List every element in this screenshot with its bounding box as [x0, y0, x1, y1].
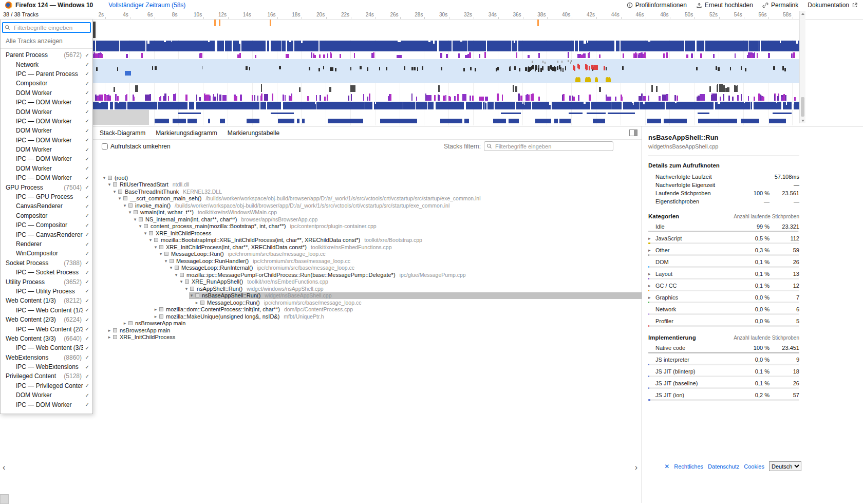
track-item-web-content-3-3[interactable]: Web Content (3/3)(6640)✓ — [1, 334, 92, 343]
permalink-button[interactable]: Permalink — [762, 2, 798, 9]
collapse-icon[interactable]: ▾ — [189, 293, 194, 298]
call-tree-row[interactable]: ▸MessageLoop::Run()ipc/chromium/src/base… — [194, 299, 642, 306]
collapse-icon[interactable]: ▾ — [148, 237, 153, 242]
call-tree-row[interactable]: ▾invoke_main()/builds/worker/workspace/o… — [122, 202, 642, 209]
expand-icon[interactable]: ▸ — [107, 334, 112, 340]
track-item-ipc-dom-worker[interactable]: IPC — DOM Worker✓ — [1, 154, 92, 163]
stacks-filter-input[interactable] — [484, 141, 613, 151]
collapse-icon[interactable]: ▾ — [168, 265, 174, 270]
call-tree-row[interactable]: ▸mozilla::MakeUnique(unsigned long&, nsI… — [153, 313, 642, 320]
call-tree-row[interactable]: ▾NS_internal_main(int, char**, char**)br… — [133, 216, 642, 223]
call-tree-row[interactable]: ▸nsBrowserApp main — [122, 320, 642, 327]
track-item-utility-process[interactable]: Utility Process(3652)✓ — [1, 277, 92, 286]
track-item-gpu-process[interactable]: GPU Process(7504)✓ — [1, 182, 92, 192]
collapse-icon[interactable]: ▾ — [174, 272, 179, 277]
track-item-compositor[interactable]: Compositor✓ — [1, 211, 92, 220]
tab-markierungsdiagramm[interactable]: Markierungsdiagramm — [151, 126, 222, 139]
call-tree-row[interactable]: ▾XRE_InitChildProcess(int, char**, XRECh… — [153, 244, 642, 251]
timeline-track-screenshots[interactable] — [92, 20, 799, 40]
track-item-ipc-web-content-3-3[interactable]: IPC — Web Content (3/3)✓ — [1, 343, 92, 352]
call-tree-row[interactable]: ▾content_process_main(mozilla::Bootstrap… — [138, 223, 642, 230]
track-item-ipc-dom-worker[interactable]: IPC — DOM Worker✓ — [1, 117, 92, 126]
expand-icon[interactable]: ▸ — [153, 307, 158, 312]
tracks-filter-input[interactable] — [2, 22, 91, 33]
collapse-icon[interactable]: ▾ — [143, 231, 148, 236]
track-item-socket-process[interactable]: Socket Process(7388)✓ — [1, 258, 92, 268]
full-range-button[interactable]: Vollständiger Zeitraum (58s) — [108, 2, 185, 9]
timeline-track-parent-process-markers[interactable] — [92, 52, 799, 59]
track-item-renderer[interactable]: Renderer✓ — [1, 239, 92, 249]
call-tree-row[interactable]: ▾RtlUserThreadStartntdll.dll — [107, 181, 642, 189]
timeline-track-dom-worker-markers[interactable] — [92, 93, 799, 101]
call-tree-row[interactable]: ▾nsAppShell::Run()widget/windows/nsAppSh… — [184, 285, 642, 292]
track-item-compositor[interactable]: Compositor✓ — [1, 79, 92, 88]
track-item-ipc-web-content-2-3[interactable]: IPC — Web Content (2/3)✓ — [1, 324, 92, 333]
call-tree-row[interactable]: ▾__scrt_common_main_seh()/builds/worker/… — [117, 195, 642, 202]
track-item-ipc-webextensions[interactable]: IPC — WebExtensions✓ — [1, 362, 92, 371]
call-tree-row[interactable]: ▸nsBrowserApp main — [107, 327, 642, 334]
collapse-icon[interactable]: ▾ — [127, 210, 133, 215]
call-tree-row[interactable]: ▾MessageLoop::RunInternal()ipc/chromium/… — [168, 265, 642, 272]
show-all-tracks-item[interactable]: Alle Tracks anzeigen — [1, 36, 92, 48]
timeline-track-network-track-selected[interactable] — [92, 59, 799, 83]
collapse-icon[interactable]: ▾ — [184, 286, 189, 291]
dismiss-footer-button[interactable]: ✕ — [664, 463, 669, 470]
collapse-icon[interactable]: ▾ — [179, 279, 184, 284]
call-tree-row[interactable]: ▾MessageLoop::RunHandler()ipc/chromium/s… — [163, 257, 642, 265]
scroll-down-button[interactable] — [800, 118, 805, 123]
track-item-ipc-dom-worker[interactable]: IPC — DOM Worker✓ — [1, 400, 92, 409]
expand-icon[interactable]: ▸ — [194, 300, 199, 305]
collapse-icon[interactable]: ▾ — [102, 175, 107, 180]
expand-icon[interactable]: ▸ — [648, 271, 655, 276]
timeline-track-parent-process-samples[interactable] — [92, 41, 799, 51]
track-item-dom-worker[interactable]: DOM Worker✓ — [1, 145, 92, 154]
invert-stack-checkbox[interactable] — [102, 143, 108, 150]
timeline-track-compositor-markers[interactable] — [92, 84, 799, 92]
tab-stack-diagramm[interactable]: Stack-Diagramm — [95, 126, 151, 139]
sidebar-toggle-icon[interactable] — [629, 129, 637, 136]
scroll-right-button[interactable]: › — [635, 464, 637, 471]
track-item-ipc-canvasrenderer[interactable]: IPC — CanvasRenderer✓ — [1, 230, 92, 239]
track-item-canvasrenderer[interactable]: CanvasRenderer✓ — [1, 201, 92, 211]
profile-info-button[interactable]: Profilinformationen — [627, 2, 687, 9]
track-item-wincompositor[interactable]: WinCompositor✓ — [1, 249, 92, 258]
call-tree-row[interactable]: ▾mozilla::ipc::MessagePumpForChildProces… — [174, 271, 642, 278]
timeline-track-worker-samples-partial[interactable] — [92, 110, 799, 125]
reupload-button[interactable]: Erneut hochladen — [696, 2, 753, 9]
call-tree-row[interactable]: ▾XRE_InitChildProcess — [143, 230, 642, 237]
collapse-icon[interactable]: ▾ — [117, 196, 122, 201]
expand-icon[interactable]: ▸ — [153, 314, 158, 319]
collapse-icon[interactable]: ▾ — [138, 223, 143, 229]
track-item-ipc-dom-worker[interactable]: IPC — DOM Worker✓ — [1, 173, 92, 182]
tab-markierungstabelle[interactable]: Markierungstabelle — [222, 126, 285, 139]
timeline-track-dom-worker-samples[interactable] — [92, 102, 799, 109]
track-item-dom-worker[interactable]: DOM Worker✓ — [1, 390, 92, 400]
track-item-ipc-compositor[interactable]: IPC — Compositor✓ — [1, 220, 92, 230]
language-select[interactable]: Deutsch — [769, 461, 801, 471]
scroll-left-button[interactable]: ‹ — [3, 464, 5, 471]
call-tree-row[interactable]: ▾XRE_RunAppShell()toolkit/xre/nsEmbedFun… — [179, 278, 642, 286]
call-tree-row[interactable]: ▾MessageLoop::Run()ipc/chromium/src/base… — [158, 251, 642, 258]
track-item-ipc-web-content-1-3[interactable]: IPC — Web Content (1/3)✓ — [1, 306, 92, 315]
expand-icon[interactable]: ▸ — [648, 295, 655, 300]
expand-icon[interactable]: ▸ — [648, 283, 655, 288]
track-item-ipc-privileged-content[interactable]: IPC — Privileged Content✓ — [1, 381, 92, 390]
footer-link-datenschutz[interactable]: Datenschutz — [708, 463, 739, 470]
track-item-parent-process[interactable]: Parent Process(5672)✓ — [1, 50, 92, 60]
track-item-web-content-2-3[interactable]: Web Content (2/3)(6224)✓ — [1, 315, 92, 324]
track-item-webextensions[interactable]: WebExtensions(8860)✓ — [1, 353, 92, 362]
track-item-network[interactable]: Network✓ — [1, 60, 92, 69]
documentation-button[interactable]: Dokumentation — [808, 2, 858, 9]
scrollbar-thumb[interactable] — [801, 97, 804, 117]
collapse-icon[interactable]: ▾ — [158, 251, 163, 256]
expand-icon[interactable]: ▸ — [122, 321, 127, 326]
collapse-icon[interactable]: ▾ — [153, 245, 158, 250]
track-item-ipc-gpu-process[interactable]: IPC — GPU Process✓ — [1, 192, 92, 201]
collapse-icon[interactable]: ▾ — [133, 217, 138, 222]
track-item-dom-worker[interactable]: DOM Worker✓ — [1, 164, 92, 173]
collapse-icon[interactable]: ▾ — [122, 203, 127, 208]
invert-stack-label[interactable]: Aufrufstack umkehren — [102, 143, 171, 150]
collapse-icon[interactable]: ▾ — [107, 182, 112, 187]
call-tree-row[interactable]: ▸XRE_InitChildProcess — [107, 334, 642, 341]
track-item-privileged-content[interactable]: Privileged Content(5128)✓ — [1, 371, 92, 381]
